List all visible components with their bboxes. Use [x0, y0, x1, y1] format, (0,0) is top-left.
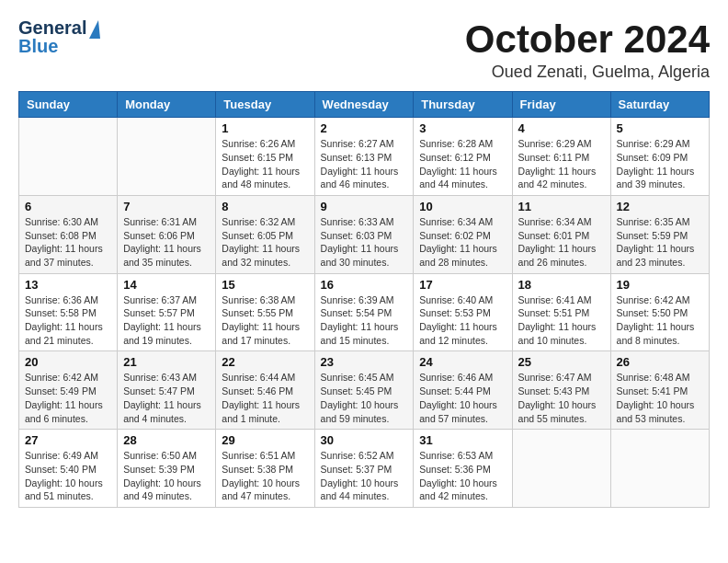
day-number: 11 — [518, 200, 605, 213]
cell-content: Sunrise: 6:39 AMSunset: 5:54 PMDaylight:… — [321, 293, 408, 348]
week-row-3: 13Sunrise: 6:36 AMSunset: 5:58 PMDayligh… — [19, 273, 710, 351]
calendar-cell: 8Sunrise: 6:32 AMSunset: 6:05 PMDaylight… — [216, 195, 314, 273]
header: General Blue October 2024 Oued Zenati, G… — [18, 18, 710, 82]
day-number: 6 — [25, 200, 111, 213]
cell-content: Sunrise: 6:37 AMSunset: 5:57 PMDaylight:… — [123, 293, 210, 348]
day-number: 29 — [222, 433, 308, 447]
day-number: 31 — [419, 433, 506, 447]
calendar-cell: 22Sunrise: 6:44 AMSunset: 5:46 PMDayligh… — [216, 351, 314, 430]
calendar-cell: 3Sunrise: 6:28 AMSunset: 6:12 PMDaylight… — [414, 118, 512, 196]
calendar-cell: 21Sunrise: 6:43 AMSunset: 5:47 PMDayligh… — [118, 351, 216, 430]
calendar-cell: 26Sunrise: 6:48 AMSunset: 5:41 PMDayligh… — [610, 351, 709, 430]
cell-content: Sunrise: 6:34 AMSunset: 6:01 PMDaylight:… — [518, 215, 605, 270]
cell-content: Sunrise: 6:33 AMSunset: 6:03 PMDaylight:… — [321, 215, 408, 270]
cell-content: Sunrise: 6:43 AMSunset: 5:47 PMDaylight:… — [123, 371, 210, 425]
calendar-header-row: SundayMondayTuesdayWednesdayThursdayFrid… — [19, 92, 710, 118]
day-number: 9 — [321, 200, 408, 213]
day-number: 19 — [617, 278, 703, 292]
cell-content: Sunrise: 6:36 AMSunset: 5:58 PMDaylight:… — [25, 293, 111, 348]
cell-content: Sunrise: 6:42 AMSunset: 5:49 PMDaylight:… — [25, 371, 111, 425]
cell-content: Sunrise: 6:49 AMSunset: 5:40 PMDaylight:… — [25, 449, 111, 503]
title-area: October 2024 Oued Zenati, Guelma, Algeri… — [465, 18, 710, 82]
calendar-cell: 13Sunrise: 6:36 AMSunset: 5:58 PMDayligh… — [19, 273, 118, 351]
calendar-cell: 14Sunrise: 6:37 AMSunset: 5:57 PMDayligh… — [118, 273, 216, 351]
calendar-cell: 4Sunrise: 6:29 AMSunset: 6:11 PMDaylight… — [512, 118, 610, 196]
day-number: 10 — [419, 200, 506, 213]
calendar-cell: 5Sunrise: 6:29 AMSunset: 6:09 PMDaylight… — [610, 118, 709, 196]
day-number: 14 — [123, 278, 210, 292]
calendar-cell: 6Sunrise: 6:30 AMSunset: 6:08 PMDaylight… — [19, 195, 118, 273]
cell-content: Sunrise: 6:31 AMSunset: 6:06 PMDaylight:… — [123, 215, 210, 270]
week-row-4: 20Sunrise: 6:42 AMSunset: 5:49 PMDayligh… — [19, 351, 710, 430]
location-title: Oued Zenati, Guelma, Algeria — [465, 63, 710, 82]
calendar-cell: 12Sunrise: 6:35 AMSunset: 5:59 PMDayligh… — [610, 195, 709, 273]
calendar-cell: 29Sunrise: 6:51 AMSunset: 5:38 PMDayligh… — [216, 430, 314, 508]
day-header-wednesday: Wednesday — [314, 92, 414, 118]
calendar-cell: 20Sunrise: 6:42 AMSunset: 5:49 PMDayligh… — [19, 351, 118, 430]
day-header-monday: Monday — [118, 92, 216, 118]
calendar-cell: 10Sunrise: 6:34 AMSunset: 6:02 PMDayligh… — [414, 195, 512, 273]
day-header-tuesday: Tuesday — [216, 92, 314, 118]
day-number: 17 — [419, 278, 506, 292]
cell-content: Sunrise: 6:30 AMSunset: 6:08 PMDaylight:… — [25, 215, 111, 270]
day-number: 24 — [419, 355, 506, 369]
cell-content: Sunrise: 6:35 AMSunset: 5:59 PMDaylight:… — [617, 215, 703, 270]
day-number: 28 — [123, 433, 210, 447]
day-number: 20 — [25, 355, 111, 369]
day-number: 15 — [222, 278, 308, 292]
day-number: 8 — [222, 200, 308, 213]
day-number: 22 — [222, 355, 308, 369]
day-header-thursday: Thursday — [414, 92, 512, 118]
day-number: 12 — [617, 200, 703, 213]
cell-content: Sunrise: 6:38 AMSunset: 5:55 PMDaylight:… — [222, 293, 308, 348]
cell-content: Sunrise: 6:50 AMSunset: 5:39 PMDaylight:… — [123, 449, 210, 503]
cell-content: Sunrise: 6:32 AMSunset: 6:05 PMDaylight:… — [222, 215, 308, 270]
day-number: 3 — [419, 121, 506, 135]
day-number: 7 — [123, 200, 210, 213]
cell-content: Sunrise: 6:28 AMSunset: 6:12 PMDaylight:… — [419, 137, 506, 191]
day-header-friday: Friday — [512, 92, 610, 118]
week-row-2: 6Sunrise: 6:30 AMSunset: 6:08 PMDaylight… — [19, 195, 710, 273]
day-number: 27 — [25, 433, 111, 447]
cell-content: Sunrise: 6:45 AMSunset: 5:45 PMDaylight:… — [321, 371, 408, 425]
day-number: 5 — [617, 121, 703, 135]
cell-content: Sunrise: 6:46 AMSunset: 5:44 PMDaylight:… — [419, 371, 506, 425]
cell-content: Sunrise: 6:41 AMSunset: 5:51 PMDaylight:… — [518, 293, 605, 348]
calendar-cell: 7Sunrise: 6:31 AMSunset: 6:06 PMDaylight… — [118, 195, 216, 273]
cell-content: Sunrise: 6:29 AMSunset: 6:09 PMDaylight:… — [617, 137, 703, 191]
calendar-cell — [512, 430, 610, 508]
calendar-cell: 11Sunrise: 6:34 AMSunset: 6:01 PMDayligh… — [512, 195, 610, 273]
calendar-cell: 18Sunrise: 6:41 AMSunset: 5:51 PMDayligh… — [512, 273, 610, 351]
calendar-cell: 25Sunrise: 6:47 AMSunset: 5:43 PMDayligh… — [512, 351, 610, 430]
day-number: 16 — [321, 278, 408, 292]
cell-content: Sunrise: 6:52 AMSunset: 5:37 PMDaylight:… — [321, 449, 408, 503]
calendar-cell: 30Sunrise: 6:52 AMSunset: 5:37 PMDayligh… — [314, 430, 414, 508]
calendar-cell: 15Sunrise: 6:38 AMSunset: 5:55 PMDayligh… — [216, 273, 314, 351]
calendar-cell — [610, 430, 709, 508]
logo: General Blue — [18, 18, 100, 55]
day-number: 25 — [518, 355, 605, 369]
day-number: 21 — [123, 355, 210, 369]
day-number: 30 — [321, 433, 408, 447]
calendar-cell — [118, 118, 216, 196]
cell-content: Sunrise: 6:53 AMSunset: 5:36 PMDaylight:… — [419, 449, 506, 503]
week-row-1: 1Sunrise: 6:26 AMSunset: 6:15 PMDaylight… — [19, 118, 710, 196]
calendar: SundayMondayTuesdayWednesdayThursdayFrid… — [18, 91, 710, 508]
cell-content: Sunrise: 6:44 AMSunset: 5:46 PMDaylight:… — [222, 371, 308, 425]
month-title: October 2024 — [465, 18, 710, 61]
day-number: 4 — [518, 121, 605, 135]
cell-content: Sunrise: 6:29 AMSunset: 6:11 PMDaylight:… — [518, 137, 605, 191]
day-number: 26 — [617, 355, 703, 369]
cell-content: Sunrise: 6:34 AMSunset: 6:02 PMDaylight:… — [419, 215, 506, 270]
calendar-cell: 19Sunrise: 6:42 AMSunset: 5:50 PMDayligh… — [610, 273, 709, 351]
calendar-cell: 23Sunrise: 6:45 AMSunset: 5:45 PMDayligh… — [314, 351, 414, 430]
calendar-cell: 9Sunrise: 6:33 AMSunset: 6:03 PMDaylight… — [314, 195, 414, 273]
logo-bottom: Blue — [18, 37, 58, 55]
cell-content: Sunrise: 6:27 AMSunset: 6:13 PMDaylight:… — [321, 137, 408, 191]
calendar-cell: 24Sunrise: 6:46 AMSunset: 5:44 PMDayligh… — [414, 351, 512, 430]
day-header-saturday: Saturday — [610, 92, 709, 118]
day-number: 1 — [222, 121, 308, 135]
cell-content: Sunrise: 6:51 AMSunset: 5:38 PMDaylight:… — [222, 449, 308, 503]
week-row-5: 27Sunrise: 6:49 AMSunset: 5:40 PMDayligh… — [19, 430, 710, 508]
calendar-cell: 1Sunrise: 6:26 AMSunset: 6:15 PMDaylight… — [216, 118, 314, 196]
